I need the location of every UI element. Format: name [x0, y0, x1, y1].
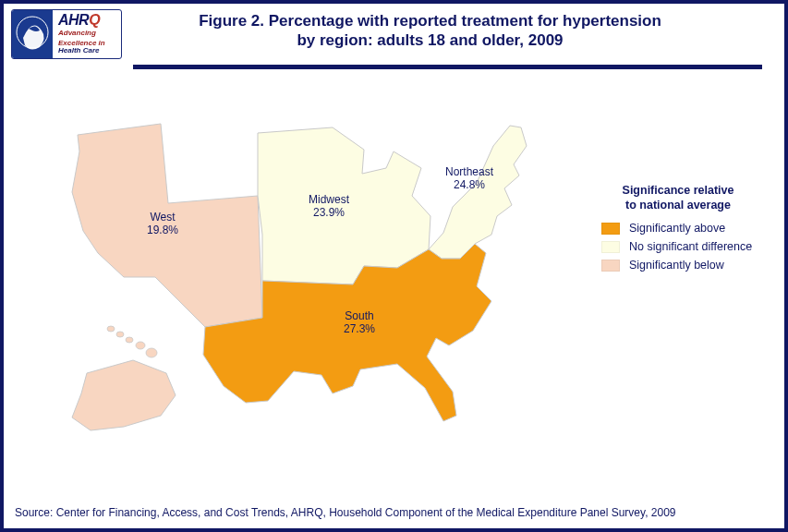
label-northeast-value: 24.8%: [445, 179, 493, 192]
ahrq-tagline-3: Health Care: [58, 47, 117, 54]
ahrq-tagline-1: Advancing: [58, 30, 117, 37]
label-west: West 19.8%: [147, 212, 178, 237]
legend-title-l1: Significance relative: [623, 184, 734, 197]
legend-item-above: Significantly above: [601, 222, 762, 235]
region-west-alaska: [72, 360, 176, 430]
label-northeast: Northeast 24.8%: [445, 166, 493, 192]
us-region-map: West 19.8% Midwest 23.9% Northeast 24.8%…: [59, 96, 576, 456]
svg-point-5: [136, 342, 145, 349]
legend: Significance relative to national averag…: [594, 184, 762, 277]
swatch-below: [601, 260, 620, 272]
legend-item-below: Significantly below: [601, 259, 762, 272]
region-west-hawaii: [107, 326, 157, 357]
svg-point-2: [107, 326, 115, 332]
ahrq-logo: AHRQ Advancing Excellence in Health Care: [11, 9, 122, 59]
label-south: South 27.3%: [344, 310, 375, 336]
title-line-1: Figure 2. Percentage with reported treat…: [122, 11, 738, 30]
header: AHRQ Advancing Excellence in Health Care…: [4, 4, 784, 59]
swatch-above: [601, 223, 620, 235]
legend-title-l2: to national average: [625, 199, 731, 212]
label-midwest-name: Midwest: [309, 194, 349, 207]
label-south-name: South: [344, 310, 375, 323]
legend-label-above: Significantly above: [629, 222, 725, 235]
figure-frame: AHRQ Advancing Excellence in Health Care…: [0, 0, 788, 532]
svg-point-6: [146, 348, 157, 357]
legend-label-below: Significantly below: [629, 259, 724, 272]
ahrq-text-ahr: AHR: [58, 12, 89, 28]
title-line-2: by region: adults 18 and older, 2009: [122, 30, 738, 50]
legend-item-same: No significant difference: [601, 240, 762, 253]
ahrq-logo-text: AHRQ Advancing Excellence in Health Care: [53, 10, 121, 58]
figure-title: Figure 2. Percentage with reported treat…: [122, 9, 775, 51]
ahrq-text-q: Q: [89, 12, 100, 28]
title-underline: [133, 65, 762, 69]
map-svg: [59, 96, 576, 456]
label-midwest-value: 23.9%: [309, 207, 349, 220]
legend-title: Significance relative to national averag…: [594, 184, 762, 212]
hhs-seal-icon: [12, 10, 53, 59]
swatch-same: [601, 241, 620, 253]
label-west-name: West: [147, 212, 178, 224]
svg-point-4: [126, 337, 133, 343]
label-northeast-name: Northeast: [445, 166, 493, 179]
label-west-value: 19.8%: [147, 224, 178, 237]
legend-label-same: No significant difference: [629, 240, 752, 253]
label-midwest: Midwest 23.9%: [309, 194, 349, 220]
region-northeast: [429, 126, 527, 259]
svg-point-3: [116, 332, 124, 337]
source-note: Source: Center for Financing, Access, an…: [15, 506, 773, 519]
label-south-value: 27.3%: [344, 323, 375, 336]
ahrq-wordmark: AHRQ: [58, 13, 117, 28]
